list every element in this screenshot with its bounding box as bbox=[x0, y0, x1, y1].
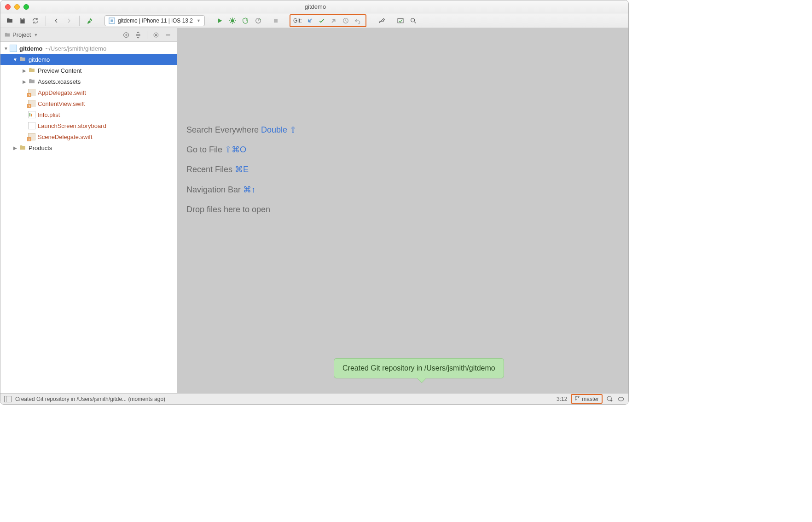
swift-file-icon bbox=[28, 100, 35, 107]
editor-area[interactable]: Search Everywhere Double ⇧ Go to File ⇧⌘… bbox=[177, 28, 628, 393]
tree-file-appdelegate[interactable]: AppDelegate.swift bbox=[0, 87, 177, 98]
plist-file-icon bbox=[28, 111, 35, 118]
profile-icon[interactable] bbox=[253, 15, 264, 26]
main-toolbar: gitdemo | iPhone 11 | iOS 13.2 ▼ Git: bbox=[0, 13, 628, 28]
caret-position[interactable]: 3:12 bbox=[557, 396, 567, 402]
branch-name: master bbox=[582, 396, 599, 402]
svg-point-10 bbox=[575, 396, 577, 398]
expand-arrow-icon[interactable]: ▼ bbox=[3, 46, 9, 51]
tree-label: Assets.xcassets bbox=[38, 78, 81, 85]
git-commit-icon[interactable] bbox=[317, 16, 327, 26]
tree-label: AppDelegate.swift bbox=[38, 89, 86, 96]
notification-tooltip: Created Git repository in /Users/jsmith/… bbox=[334, 358, 504, 378]
hint-goto-file: Go to File ⇧⌘O bbox=[186, 140, 296, 160]
project-tree[interactable]: ▼ gitdemo ~/Users/jsmith/gitdemo ▼ gitde… bbox=[0, 42, 177, 393]
svg-point-7 bbox=[411, 18, 414, 22]
stop-icon[interactable] bbox=[270, 15, 281, 26]
branch-icon bbox=[574, 395, 580, 402]
hint-drop-files: Drop files here to open bbox=[186, 200, 296, 220]
git-toolbar-group: Git: bbox=[290, 14, 366, 27]
expand-arrow-icon[interactable]: ▼ bbox=[12, 57, 18, 62]
project-tool-header: Project ▼ bbox=[0, 28, 177, 42]
inspections-icon[interactable] bbox=[617, 395, 625, 403]
tree-folder-assets[interactable]: ▶ Assets.xcassets bbox=[0, 76, 177, 87]
svg-point-14 bbox=[610, 400, 612, 401]
run-config-label: gitdemo | iPhone 11 | iOS 13.2 bbox=[118, 17, 193, 24]
project-view-selector[interactable]: Project ▼ bbox=[4, 31, 38, 38]
nav-back-icon[interactable] bbox=[51, 15, 62, 26]
swift-file-icon bbox=[28, 89, 35, 96]
expand-all-icon[interactable] bbox=[133, 30, 143, 40]
run-configuration-selector[interactable]: gitdemo | iPhone 11 | iOS 13.2 ▼ bbox=[104, 15, 205, 26]
storyboard-file-icon bbox=[28, 122, 35, 129]
expand-arrow-icon[interactable]: ▶ bbox=[12, 145, 18, 151]
svg-point-11 bbox=[575, 399, 577, 400]
select-opened-file-icon[interactable] bbox=[121, 30, 131, 40]
swift-file-icon bbox=[28, 133, 35, 140]
tree-root[interactable]: ▼ gitdemo ~/Users/jsmith/gitdemo bbox=[0, 43, 177, 54]
layout-icon[interactable] bbox=[395, 15, 406, 26]
target-icon bbox=[109, 17, 115, 24]
folder-icon bbox=[4, 32, 11, 38]
tree-label: Preview Content bbox=[38, 67, 81, 74]
hide-tool-window-icon[interactable] bbox=[163, 30, 173, 40]
tree-folder-products[interactable]: ▶ Products bbox=[0, 142, 177, 153]
tree-file-launchscreen[interactable]: LaunchScreen.storyboard bbox=[0, 120, 177, 131]
svg-point-2 bbox=[231, 19, 234, 22]
status-message: Created Git repository in /Users/jsmith/… bbox=[15, 396, 165, 402]
expand-arrow-icon[interactable]: ▶ bbox=[22, 68, 27, 73]
tree-label: Products bbox=[29, 145, 52, 151]
folder-icon bbox=[19, 144, 26, 151]
window-title: gitdemo bbox=[7, 3, 624, 10]
tree-label: gitdemo bbox=[29, 56, 50, 63]
titlebar: gitdemo bbox=[0, 0, 628, 13]
expand-arrow-icon[interactable]: ▶ bbox=[22, 79, 27, 84]
tree-folder-preview[interactable]: ▶ Preview Content bbox=[0, 65, 177, 76]
hint-recent-files: Recent Files ⌘E bbox=[186, 160, 296, 180]
tree-file-contentview[interactable]: ContentView.swift bbox=[0, 98, 177, 109]
run-icon[interactable] bbox=[214, 15, 225, 26]
tree-label: gitdemo bbox=[19, 45, 43, 52]
folder-icon bbox=[28, 67, 35, 74]
svg-rect-1 bbox=[110, 19, 113, 22]
hint-nav-bar: Navigation Bar ⌘↑ bbox=[186, 180, 296, 200]
build-hammer-icon[interactable] bbox=[84, 15, 95, 26]
git-branch-widget[interactable]: master bbox=[571, 394, 603, 404]
main-layout: Project ▼ ▼ gitdemo ~/Users/jsmith/gitde… bbox=[0, 28, 628, 393]
project-view-label: Project bbox=[12, 31, 31, 38]
open-file-icon[interactable] bbox=[4, 15, 15, 26]
run-coverage-icon[interactable] bbox=[240, 15, 251, 26]
svg-rect-4 bbox=[274, 19, 278, 23]
hint-search: Search Everywhere Double ⇧ bbox=[186, 120, 296, 140]
save-all-icon[interactable] bbox=[17, 15, 28, 26]
tree-label: ContentView.swift bbox=[38, 100, 85, 107]
tool-settings-icon[interactable] bbox=[151, 30, 161, 40]
folder-icon bbox=[19, 56, 26, 63]
assets-folder-icon bbox=[28, 78, 35, 85]
svg-point-9 bbox=[155, 34, 157, 36]
sync-icon[interactable] bbox=[30, 15, 41, 26]
chevron-down-icon: ▼ bbox=[34, 33, 38, 37]
status-bar: Created Git repository in /Users/jsmith/… bbox=[0, 393, 628, 404]
editor-empty-hints: Search Everywhere Double ⇧ Go to File ⇧⌘… bbox=[186, 120, 296, 220]
tree-path: ~/Users/jsmith/gitdemo bbox=[46, 45, 107, 52]
tree-folder-gitdemo[interactable]: ▼ gitdemo bbox=[0, 54, 177, 65]
tree-label: Info.plist bbox=[38, 111, 60, 118]
git-label: Git: bbox=[293, 17, 302, 24]
git-update-icon[interactable] bbox=[305, 16, 315, 26]
chevron-down-icon: ▼ bbox=[197, 18, 201, 23]
background-tasks-icon[interactable] bbox=[606, 395, 614, 403]
git-history-icon[interactable] bbox=[341, 16, 351, 26]
svg-point-15 bbox=[618, 397, 624, 401]
debug-icon[interactable] bbox=[227, 15, 238, 26]
tree-file-infoplist[interactable]: Info.plist bbox=[0, 109, 177, 120]
nav-forward-icon[interactable] bbox=[64, 15, 75, 26]
tree-file-scenedelegate[interactable]: SceneDelegate.swift bbox=[0, 131, 177, 142]
project-tool-window: Project ▼ ▼ gitdemo ~/Users/jsmith/gitde… bbox=[0, 28, 177, 393]
module-icon bbox=[10, 45, 17, 52]
git-push-icon[interactable] bbox=[329, 16, 339, 26]
git-rollback-icon[interactable] bbox=[353, 16, 363, 26]
search-everywhere-icon[interactable] bbox=[408, 15, 419, 26]
ide-settings-icon[interactable] bbox=[377, 15, 388, 26]
tool-windows-toggle-icon[interactable] bbox=[4, 396, 12, 402]
